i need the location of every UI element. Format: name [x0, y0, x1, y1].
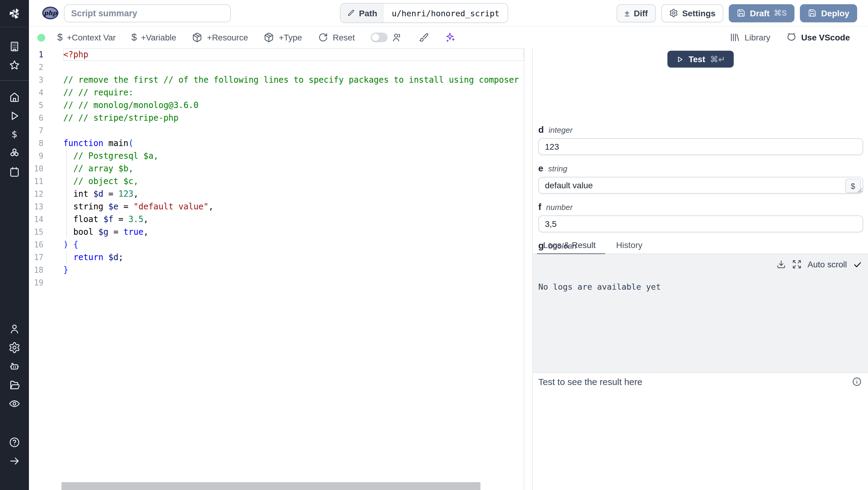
add-context-var-button[interactable]: $ +Context Var [57, 32, 116, 43]
settings-gear-icon[interactable] [8, 342, 21, 354]
add-variable-button[interactable]: $ +Variable [131, 32, 176, 43]
sidebar-divider [0, 80, 29, 81]
plus-minus-icon: ± [624, 8, 629, 18]
toggle-off-switch[interactable] [370, 33, 387, 42]
code-lines[interactable]: <?php// remove the first // of the follo… [63, 48, 524, 490]
settings-button[interactable]: Settings [661, 4, 723, 22]
run-panel: Test ⌘↵ d integer e string $ [532, 48, 868, 490]
script-summary-input[interactable] [64, 4, 231, 22]
add-type-button[interactable]: +Type [264, 32, 302, 43]
home-icon[interactable] [8, 91, 21, 103]
draft-button[interactable]: Draft ⌘S [729, 4, 795, 22]
arg-e-input-wrap: $ [538, 177, 863, 194]
gear-icon [669, 8, 678, 18]
deploy-button[interactable]: Deploy [800, 4, 857, 22]
variables-dollar-icon[interactable]: $ [8, 128, 21, 141]
svg-text:$: $ [11, 129, 17, 139]
audit-eye-icon[interactable] [8, 398, 21, 410]
status-dot [37, 33, 45, 41]
topbar-actions: ± Diff Settings Draft ⌘S Deploy [617, 4, 857, 22]
add-variable-label: +Variable [141, 33, 176, 42]
save-icon [808, 8, 817, 18]
result-tabs: Logs & Result History [533, 240, 868, 254]
runs-play-icon[interactable] [8, 110, 21, 122]
deploy-label: Deploy [821, 8, 849, 18]
workspace-building-icon[interactable] [8, 40, 21, 53]
package-icon [264, 32, 275, 43]
resize-handle-icon[interactable] [857, 188, 863, 193]
folders-icon[interactable] [8, 379, 21, 391]
save-icon [737, 8, 746, 18]
arg-e-input[interactable] [538, 177, 863, 194]
schedules-calendar-icon[interactable] [8, 166, 21, 178]
result-placeholder-row: Test to see the result here [538, 377, 862, 387]
reset-label: Reset [333, 33, 355, 42]
reset-button[interactable]: Reset [318, 32, 355, 43]
add-type-label: +Type [279, 33, 302, 42]
library-button[interactable]: Library [730, 32, 771, 43]
arg-f: f number [538, 202, 863, 232]
sidebar-main-group: $ [8, 91, 21, 178]
php-language-badge: php [42, 7, 59, 19]
library-icon [730, 32, 741, 43]
windmill-script-editor: $ php Path u/henri/honored_script [0, 0, 868, 490]
user-icon[interactable] [8, 323, 21, 335]
arg-name: e [538, 163, 544, 173]
arg-type: integer [549, 125, 572, 135]
arg-name: d [538, 124, 544, 135]
use-vscode-label: Use VScode [801, 33, 850, 42]
expand-logs-icon[interactable] [792, 259, 801, 269]
expand-sidebar-arrow-icon[interactable] [8, 455, 21, 467]
info-icon[interactable] [852, 377, 862, 387]
resources-cubes-icon[interactable] [8, 147, 21, 159]
add-context-var-label: +Context Var [67, 33, 116, 42]
draft-shortcut: ⌘S [774, 8, 786, 18]
no-logs-message: No logs are available yet [538, 282, 661, 291]
path-label-section: Path [340, 4, 384, 22]
dollar-icon: $ [131, 32, 137, 43]
library-label: Library [745, 33, 771, 42]
favorites-star-icon[interactable] [8, 59, 21, 71]
diff-button[interactable]: ± Diff [617, 4, 655, 22]
help-icon[interactable] [8, 436, 21, 449]
test-label: Test [688, 54, 705, 64]
sidebar: $ [0, 0, 29, 490]
dollar-icon: $ [57, 32, 63, 43]
horizontal-scrollbar[interactable] [61, 482, 480, 490]
auto-scroll-checkmark-icon[interactable] [853, 260, 862, 269]
path-box[interactable]: Path u/henri/honored_script [340, 3, 508, 23]
windmill-logo[interactable] [0, 0, 29, 27]
download-logs-icon[interactable] [776, 259, 786, 269]
code-editor[interactable]: 12345678910111213141516171819 <?php// re… [29, 48, 524, 490]
reset-refresh-icon [318, 32, 329, 43]
test-button[interactable]: Test ⌘↵ [667, 51, 733, 67]
tab-logs-result[interactable]: Logs & Result [543, 240, 595, 254]
sidebar-top-group [8, 40, 21, 71]
arg-type: string [548, 164, 567, 173]
arg-f-input[interactable] [538, 215, 863, 232]
ai-sparkles-icon[interactable] [444, 32, 456, 43]
assistant-toggle-group [370, 32, 402, 43]
arg-d-input[interactable] [538, 138, 863, 155]
tab-history[interactable]: History [616, 240, 642, 254]
arg-d: d integer [538, 124, 863, 155]
arg-name: f [538, 202, 541, 212]
logs-panel: Auto scroll No logs are available yet [533, 254, 868, 373]
logs-toolbar: Auto scroll [776, 259, 862, 269]
test-shortcut: ⌘↵ [710, 54, 725, 64]
editor-gutter: 12345678910111213141516171819 [29, 48, 43, 289]
users-icon[interactable] [392, 32, 402, 43]
arg-type: number [546, 203, 572, 212]
sidebar-bottom-group [8, 323, 21, 467]
vscode-cat-icon [786, 32, 797, 43]
format-brush-icon[interactable] [418, 32, 429, 43]
result-placeholder-text: Test to see the result here [538, 377, 642, 387]
editor-toolbar: $ +Context Var $ +Variable +Resource +Ty… [29, 27, 868, 48]
add-resource-button[interactable]: +Resource [192, 32, 248, 43]
topbar: php Path u/henri/honored_script ± Diff S… [29, 0, 868, 27]
package-icon [192, 32, 203, 43]
path-value[interactable]: u/henri/honored_script [384, 4, 507, 22]
workers-robot-icon[interactable] [8, 360, 21, 372]
settings-label: Settings [682, 8, 715, 18]
use-vscode-button[interactable]: Use VScode [786, 32, 850, 43]
